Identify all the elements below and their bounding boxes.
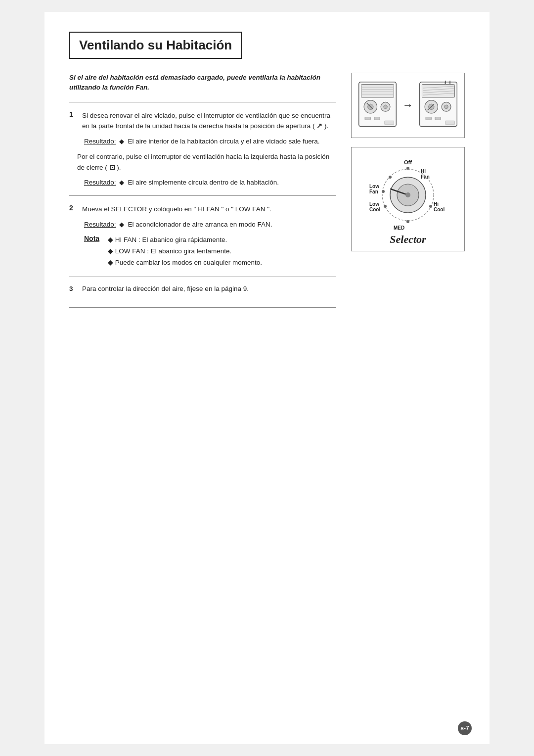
page: Ventilando su Habitación Si el aire del … bbox=[44, 12, 490, 744]
step1-result2-text: El aire simplemente circula dentro de la… bbox=[128, 178, 279, 188]
step2-number: 2 bbox=[69, 204, 77, 215]
step2-result-label: Resultado: bbox=[84, 220, 116, 230]
step3-text: Para controlar la dirección del aire, fí… bbox=[82, 285, 249, 292]
svg-rect-27 bbox=[426, 117, 431, 120]
svg-point-36 bbox=[389, 176, 392, 179]
selector-dial-area: Off Hi Fan Low Fan Low Cool MED Cool bbox=[368, 154, 447, 231]
svg-text:Fan: Fan bbox=[421, 174, 430, 180]
nota-item-2: ◆ LOW FAN : El abanico gira lentamente. bbox=[108, 246, 262, 257]
step2-section: 2 Mueva el SELECTOR y colóquelo en " HI … bbox=[69, 204, 336, 269]
svg-text:Cool: Cool bbox=[394, 231, 404, 231]
svg-point-39 bbox=[406, 220, 409, 223]
svg-point-38 bbox=[384, 205, 387, 208]
svg-point-26 bbox=[445, 105, 448, 109]
step1-row: 1 Si desea renovar el aire viciado, puls… bbox=[69, 110, 336, 132]
svg-rect-12 bbox=[374, 117, 380, 120]
selector-dial-svg: Off Hi Fan Low Fan Low Cool MED Cool bbox=[368, 154, 447, 231]
step1-number: 1 bbox=[69, 110, 77, 132]
nota-item-1: ◆ HI FAN : El abanico gira rápidamente. bbox=[108, 235, 262, 246]
svg-point-34 bbox=[405, 192, 410, 197]
step1-result1-text: El aire interior de la habitación circul… bbox=[128, 137, 320, 146]
nota-section: Nota ◆ HI FAN : El abanico gira rápidame… bbox=[84, 235, 336, 269]
diamond1: ◆ bbox=[119, 137, 124, 146]
step3-section: 3 Para controlar la dirección del aire, … bbox=[69, 285, 336, 292]
main-layout: Si el aire del habitación está demasiado… bbox=[69, 73, 465, 316]
ac-unit-1 bbox=[356, 78, 399, 133]
step2-result: Resultado: ◆ El acondicionador de aire a… bbox=[84, 220, 336, 230]
page-title: Ventilando su Habitación bbox=[79, 38, 232, 53]
svg-text:Off: Off bbox=[404, 159, 412, 165]
svg-point-37 bbox=[382, 190, 385, 193]
svg-rect-11 bbox=[365, 117, 370, 120]
nota-items: ◆ HI FAN : El abanico gira rápidamente. … bbox=[108, 235, 262, 269]
step3-number: 3 bbox=[69, 285, 77, 292]
step1-result2: Resultado: ◆ El aire simplemente circula… bbox=[84, 178, 336, 188]
svg-text:Cool: Cool bbox=[369, 207, 380, 212]
step2-text: Mueva el SELECTOR y colóquelo en " HI FA… bbox=[82, 204, 271, 215]
svg-point-10 bbox=[384, 105, 388, 109]
ac-units-row: → ↑ bbox=[356, 78, 459, 133]
svg-text:Hi: Hi bbox=[421, 169, 426, 174]
svg-text:↑: ↑ bbox=[444, 80, 445, 85]
diamond2: ◆ bbox=[119, 178, 124, 188]
svg-text:↑: ↑ bbox=[448, 80, 450, 85]
right-content: → ↑ bbox=[351, 73, 465, 316]
left-content: Si el aire del habitación está demasiado… bbox=[69, 73, 336, 316]
intro-bold: Si el aire del habitación está demasiado… bbox=[69, 73, 336, 93]
step1-result1-label: Resultado: bbox=[84, 137, 116, 146]
divider-step3 bbox=[69, 277, 336, 277]
step1-contrary: Por el contrario, pulse el interruptor d… bbox=[77, 151, 336, 173]
divider-top bbox=[69, 102, 336, 102]
step1-result2-label: Resultado: bbox=[84, 178, 116, 188]
step2-result-text: El acondicionador de aire arranca en mod… bbox=[128, 220, 272, 230]
page-title-box: Ventilando su Habitación bbox=[69, 32, 242, 59]
svg-text:Low: Low bbox=[369, 201, 379, 207]
step1-section: 1 Si desea renovar el aire viciado, puls… bbox=[69, 110, 336, 188]
diamond3: ◆ bbox=[119, 220, 124, 230]
nota-item-3: ◆ Puede cambiar los modos en cualquier m… bbox=[108, 257, 262, 269]
svg-rect-13 bbox=[385, 121, 394, 125]
ac-unit-2: ↑ ↑ bbox=[417, 78, 459, 133]
svg-point-35 bbox=[406, 167, 409, 170]
step1-text: Si desea renovar el aire viciado, pulse … bbox=[82, 110, 336, 132]
svg-rect-29 bbox=[445, 121, 455, 125]
divider-bottom bbox=[69, 307, 336, 308]
divider-mid bbox=[69, 195, 336, 196]
step1-result1: Resultado: ◆ El aire interior de la habi… bbox=[84, 137, 336, 146]
step2-row: 2 Mueva el SELECTOR y colóquelo en " HI … bbox=[69, 204, 336, 215]
page-number: s-7 bbox=[458, 721, 472, 735]
svg-rect-1 bbox=[361, 85, 394, 97]
svg-text:MED: MED bbox=[394, 225, 404, 231]
nota-label: Nota bbox=[84, 235, 103, 242]
ac-units-diagram: → ↑ bbox=[351, 73, 465, 138]
selector-title: Selector bbox=[390, 233, 426, 246]
svg-text:Hi: Hi bbox=[434, 201, 439, 207]
svg-text:Fan: Fan bbox=[369, 189, 378, 194]
selector-diagram: Off Hi Fan Low Fan Low Cool MED Cool bbox=[351, 147, 465, 251]
arrow-icon: → bbox=[402, 99, 413, 112]
svg-text:Low: Low bbox=[369, 184, 379, 189]
svg-rect-28 bbox=[435, 117, 441, 120]
svg-text:Cool: Cool bbox=[434, 207, 445, 212]
svg-point-40 bbox=[429, 205, 432, 208]
